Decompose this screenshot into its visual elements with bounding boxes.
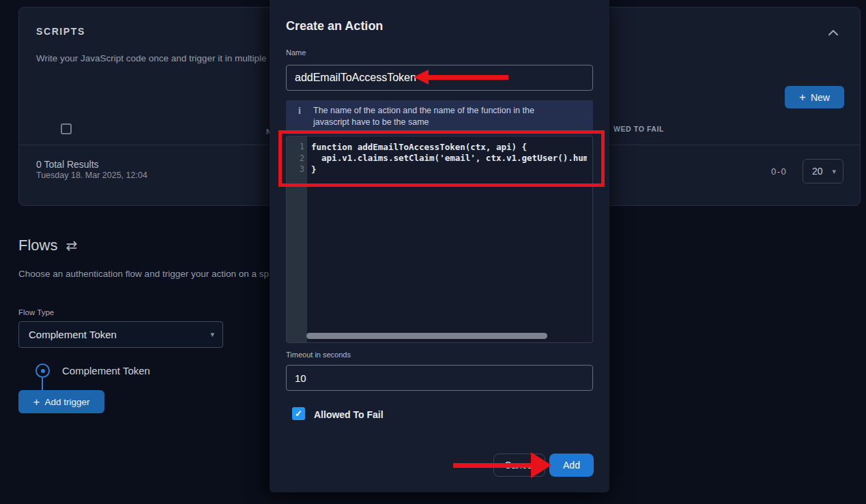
create-action-modal: Create an Action Name i The name of the …	[270, 0, 609, 492]
name-input[interactable]	[286, 65, 593, 91]
select-all-checkbox[interactable]	[61, 123, 72, 134]
total-results-label: 0 Total Results	[36, 159, 99, 170]
flows-description: Choose an authentication flow and trigge…	[18, 269, 270, 279]
swap-arrows-icon: ⇄	[66, 237, 77, 254]
scripts-section-description: Write your JavaScript code once and trig…	[36, 53, 271, 63]
chevron-up-icon[interactable]	[827, 28, 839, 38]
code-line: 2 api.v1.claims.setClaim('email', ctx.v1…	[287, 153, 592, 164]
info-banner: i The name of the action and the name of…	[286, 100, 593, 134]
code-line: 3 }	[287, 164, 592, 175]
page-size-value: 20	[812, 166, 823, 177]
flows-title: Flows	[18, 237, 57, 254]
flow-connector-line	[42, 378, 43, 391]
plus-icon: +	[33, 396, 40, 408]
line-text: function addEmailToAccessToken(ctx, api)…	[311, 142, 587, 152]
line-number: 3	[287, 164, 304, 174]
line-number: 2	[287, 153, 304, 163]
add-trigger-label: Add trigger	[44, 397, 89, 407]
add-trigger-button[interactable]: + Add trigger	[18, 390, 104, 413]
caret-down-icon: ▾	[210, 330, 214, 339]
modal-title: Create an Action	[286, 19, 383, 33]
page-size-select[interactable]: 20 ▾	[803, 159, 843, 183]
timeout-field-label: Timeout in seconds	[286, 351, 351, 359]
flow-node-label: Complement Token	[62, 365, 150, 376]
info-banner-text: The name of the action and the name of t…	[313, 100, 559, 134]
line-number: 1	[287, 142, 304, 151]
name-field-label: Name	[286, 48, 306, 57]
code-lines: 1 function addEmailToAccessToken(ctx, ap…	[287, 141, 592, 175]
horizontal-scrollbar[interactable]	[306, 333, 547, 339]
column-header-allowed-to-fail: WED TO FAIL	[614, 125, 664, 133]
plus-icon: +	[799, 91, 806, 103]
code-editor[interactable]: 1 function addEmailToAccessToken(ctx, ap…	[286, 136, 593, 343]
info-icon: i	[286, 100, 313, 134]
check-icon: ✓	[295, 409, 302, 419]
flow-type-label: Flow Type	[18, 308, 54, 316]
add-button[interactable]: Add	[549, 454, 594, 477]
results-timestamp: Tuesday 18. Mar 2025, 12:04	[36, 171, 147, 180]
code-line: 1 function addEmailToAccessToken(ctx, ap…	[287, 141, 592, 153]
scripts-section-title: SCRIPTS	[36, 26, 85, 37]
pagination-range: 0-0	[771, 166, 787, 177]
flow-type-value: Complement Token	[29, 329, 117, 340]
allowed-to-fail-checkbox[interactable]: ✓	[292, 407, 305, 420]
caret-down-icon: ▾	[832, 167, 836, 176]
line-text: }	[311, 164, 587, 175]
cancel-button[interactable]: Cancel	[493, 454, 545, 477]
line-text: api.v1.claims.setClaim('email', ctx.v1.g…	[311, 153, 587, 163]
new-action-button[interactable]: + New	[785, 86, 844, 108]
flows-header: Flows ⇄	[18, 237, 77, 254]
flow-node-circle	[35, 364, 50, 378]
allowed-to-fail-label: Allowed To Fail	[314, 409, 384, 420]
timeout-input[interactable]	[286, 365, 593, 391]
new-button-label: New	[811, 92, 830, 103]
flow-type-select[interactable]: Complement Token ▾	[18, 321, 223, 348]
